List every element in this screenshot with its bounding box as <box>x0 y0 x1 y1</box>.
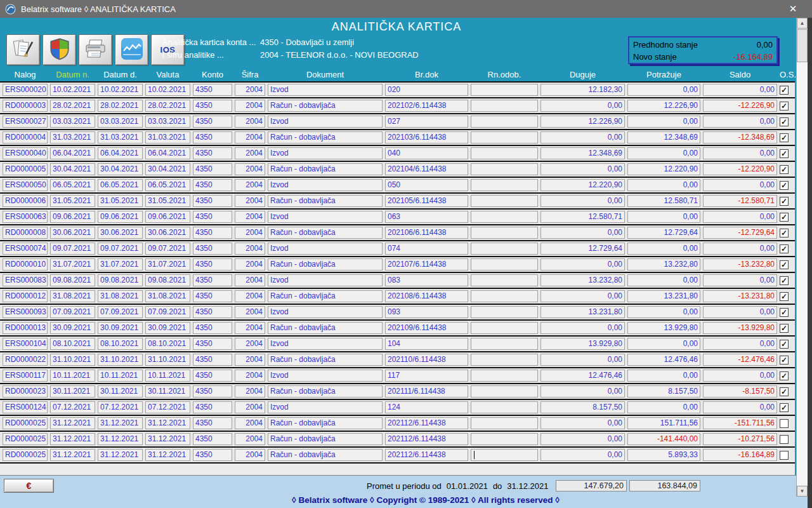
column-header-ifra[interactable]: Šifra <box>235 70 265 79</box>
cell-dokument[interactable]: Izvod <box>268 274 383 286</box>
cell-datum-d[interactable]: 07.12.2021 <box>98 401 143 413</box>
cell-potrazuje[interactable]: 12.476,46 <box>627 354 700 366</box>
os-checkbox[interactable]: ✓ <box>780 149 789 158</box>
cell-datum-n[interactable]: 30.04.2021 <box>50 163 95 175</box>
cell-saldo[interactable]: -13.231,80 <box>703 290 777 302</box>
cell-datum-n[interactable]: 31.10.2021 <box>50 354 95 366</box>
cell-rn-odob[interactable] <box>471 243 538 255</box>
cell-rn-odob[interactable] <box>471 417 538 429</box>
cell-nalog[interactable]: RD0000005 <box>3 163 48 175</box>
cell-konto[interactable]: 4350 <box>193 433 232 445</box>
cell-rn-odob[interactable] <box>471 131 538 144</box>
os-checkbox[interactable]: ✓ <box>780 165 789 174</box>
os-checkbox[interactable]: ✓ <box>780 197 789 206</box>
cell-konto[interactable]: 4350 <box>193 116 232 128</box>
cell-potrazuje[interactable]: 0,00 <box>627 147 700 159</box>
cell-dokument[interactable]: Izvod <box>268 338 383 350</box>
cell-saldo[interactable]: -13.232,80 <box>703 258 777 271</box>
cell-datum-d[interactable]: 31.08.2021 <box>98 290 143 302</box>
os-checkbox[interactable]: ✓ <box>780 117 789 126</box>
cell-datum-n[interactable]: 09.08.2021 <box>50 274 95 286</box>
cell-datum-d[interactable]: 31.10.2021 <box>98 354 143 366</box>
cell-potrazuje[interactable]: 0,00 <box>627 84 700 96</box>
cell-potrazuje[interactable]: 13.929,80 <box>627 322 700 334</box>
cell-saldo[interactable]: 0,00 <box>703 306 777 318</box>
cell-datum-n[interactable]: 31.05.2021 <box>50 195 95 207</box>
cell-saldo[interactable]: -12.226,90 <box>703 100 777 112</box>
cell-datum-d[interactable]: 31.12.2021 <box>98 449 143 461</box>
cell-nalog[interactable]: ERS000104 <box>3 338 48 350</box>
cell-datum-n[interactable]: 08.10.2021 <box>50 338 95 350</box>
cell-datum-n[interactable]: 30.06.2021 <box>50 227 95 239</box>
cell-valuta[interactable]: 31.08.2021 <box>145 290 190 302</box>
cell-dokument[interactable]: Izvod <box>268 179 383 191</box>
cell-duguje[interactable]: 0,00 <box>540 417 625 429</box>
cell-duguje[interactable]: 0,00 <box>540 131 625 144</box>
cell-datum-d[interactable]: 07.09.2021 <box>98 306 143 318</box>
cell-datum-d[interactable]: 28.02.2021 <box>98 100 143 112</box>
os-checkbox[interactable]: ✓ <box>780 260 789 269</box>
cell-saldo[interactable]: -12.580,71 <box>703 195 777 207</box>
column-header-duguje[interactable]: Duguje <box>540 70 625 79</box>
cell-valuta[interactable]: 07.09.2021 <box>145 306 190 318</box>
cell-konto[interactable]: 4350 <box>193 258 232 271</box>
column-header-o-s[interactable]: O.S. <box>780 70 792 79</box>
cell-valuta[interactable]: 28.02.2021 <box>145 100 190 112</box>
chart-button[interactable] <box>115 34 148 65</box>
cell-rn-odob[interactable] <box>471 179 538 191</box>
cell-br-dok[interactable]: 093 <box>385 306 468 318</box>
cell-nalog[interactable]: ERS000117 <box>3 370 48 382</box>
cell-br-dok[interactable]: 202107/6.114438 <box>385 258 468 271</box>
cell-br-dok[interactable]: 202106/6.114438 <box>385 227 468 239</box>
cell-potrazuje[interactable]: 0,00 <box>627 274 700 286</box>
cell-rn-odob[interactable] <box>471 163 538 175</box>
cell-saldo[interactable]: -12.348,69 <box>703 131 777 144</box>
os-checkbox[interactable]: ✓ <box>780 102 789 110</box>
cell-nalog[interactable]: RD0000025 <box>3 433 48 445</box>
cell-valuta[interactable]: 31.03.2021 <box>145 131 190 144</box>
cell-konto[interactable]: 4350 <box>193 131 232 144</box>
cell-saldo[interactable]: -12.476,46 <box>703 354 777 366</box>
close-icon[interactable]: ✕ <box>784 2 802 16</box>
cell-potrazuje[interactable]: 0,00 <box>627 116 700 128</box>
cell-dokument[interactable]: Račun - dobavljača <box>268 449 383 461</box>
cell-datum-n[interactable]: 31.08.2021 <box>50 290 95 302</box>
column-header-rn-odob[interactable]: Rn.odob. <box>471 70 538 79</box>
cell-nalog[interactable]: ERS000124 <box>3 401 48 413</box>
cell-sifra[interactable]: 2004 <box>235 322 265 334</box>
os-checkbox[interactable]: ✓ <box>780 371 789 380</box>
cell-rn-odob[interactable] <box>471 370 538 382</box>
os-checkbox[interactable] <box>780 451 789 460</box>
vertical-scrollbar[interactable]: ▲ ▼ <box>796 18 808 497</box>
scroll-up-icon[interactable]: ▲ <box>797 18 808 29</box>
os-checkbox[interactable]: ✓ <box>780 133 789 142</box>
cell-dokument[interactable]: Izvod <box>268 211 383 223</box>
cell-potrazuje[interactable]: 12.580,71 <box>627 195 700 207</box>
cell-valuta[interactable]: 07.12.2021 <box>145 401 190 413</box>
cell-dokument[interactable]: Izvod <box>268 147 383 159</box>
cell-potrazuje[interactable]: 12.220,90 <box>627 163 700 175</box>
cell-dokument[interactable]: Račun - dobavljača <box>268 227 383 239</box>
cell-duguje[interactable]: 0,00 <box>540 227 625 239</box>
cell-konto[interactable]: 4350 <box>193 449 232 461</box>
cell-saldo[interactable]: -8.157,50 <box>703 385 777 398</box>
cell-konto[interactable]: 4350 <box>193 243 232 255</box>
cell-sifra[interactable]: 2004 <box>235 163 265 175</box>
cell-datum-d[interactable]: 06.04.2021 <box>98 147 143 159</box>
cell-nalog[interactable]: RD0000003 <box>3 100 48 112</box>
cell-potrazuje[interactable]: 0,00 <box>627 179 700 191</box>
cell-konto[interactable]: 4350 <box>193 385 232 398</box>
cell-br-dok[interactable]: 202111/6.114438 <box>385 385 468 398</box>
cell-br-dok[interactable]: 074 <box>385 243 468 255</box>
cell-valuta[interactable]: 09.08.2021 <box>145 274 190 286</box>
cell-potrazuje[interactable]: -141.440,00 <box>627 433 700 445</box>
cell-rn-odob[interactable] <box>471 211 538 223</box>
os-checkbox[interactable]: ✓ <box>780 213 789 222</box>
cell-potrazuje[interactable]: 8.157,50 <box>627 385 700 398</box>
cell-dokument[interactable]: Račun - dobavljača <box>268 417 383 429</box>
cell-sifra[interactable]: 2004 <box>235 179 265 191</box>
cell-dokument[interactable]: Račun - dobavljača <box>268 290 383 302</box>
cell-potrazuje[interactable]: 0,00 <box>627 338 700 350</box>
cell-duguje[interactable]: 0,00 <box>540 258 625 271</box>
cell-br-dok[interactable]: 202103/6.114438 <box>385 131 468 144</box>
